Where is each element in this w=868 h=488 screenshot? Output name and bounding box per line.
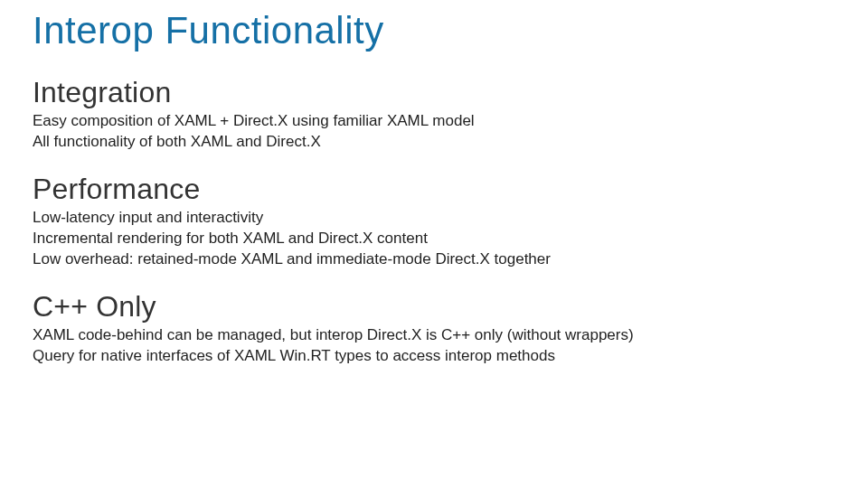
body-line: Incremental rendering for both XAML and … bbox=[33, 229, 835, 249]
section-body-integration: Easy composition of XAML + Direct.X usin… bbox=[33, 111, 835, 153]
section-body-cpp-only: XAML code-behind can be managed, but int… bbox=[33, 325, 835, 367]
slide: Interop Functionality Integration Easy c… bbox=[0, 0, 868, 488]
slide-title: Interop Functionality bbox=[33, 9, 835, 52]
body-line: XAML code-behind can be managed, but int… bbox=[33, 325, 835, 346]
body-line: All functionality of both XAML and Direc… bbox=[33, 132, 835, 153]
body-line: Low-latency input and interactivity bbox=[33, 208, 835, 229]
section-heading-performance: Performance bbox=[33, 173, 835, 206]
section-body-performance: Low-latency input and interactivity Incr… bbox=[33, 208, 835, 270]
section-heading-cpp-only: C++ Only bbox=[33, 290, 835, 324]
body-line: Low overhead: retained-mode XAML and imm… bbox=[33, 249, 835, 270]
body-line: Query for native interfaces of XAML Win.… bbox=[33, 346, 835, 367]
section-heading-integration: Integration bbox=[33, 76, 835, 109]
body-line: Easy composition of XAML + Direct.X usin… bbox=[33, 111, 835, 132]
